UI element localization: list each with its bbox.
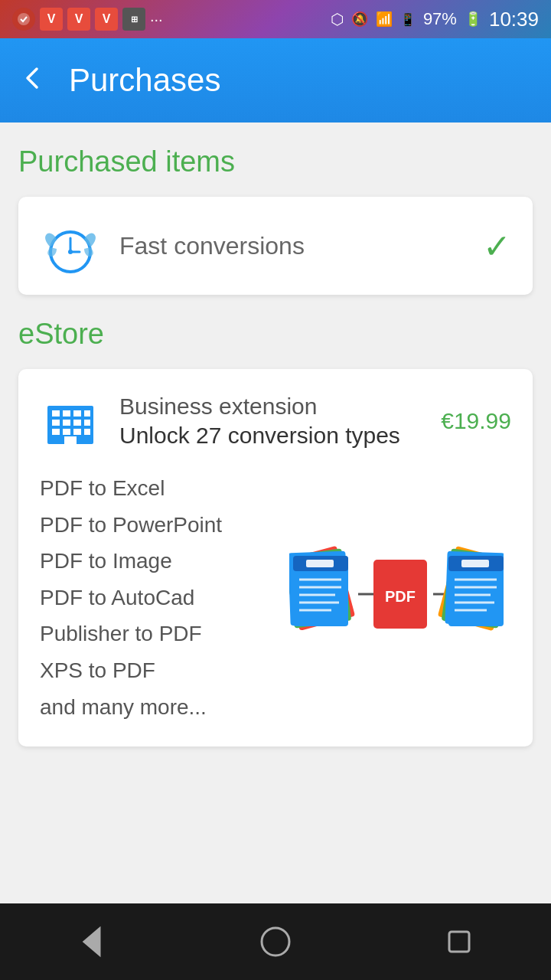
biz-price: €19.99: [441, 408, 511, 434]
biz-card-header: Business extension Unlock 27 conversion …: [40, 390, 511, 452]
estore-section: eStore: [18, 318, 533, 746]
feature-2: PDF to PowerPoint: [40, 507, 266, 544]
biz-subtitle: Unlock 27 conversion types: [119, 423, 422, 449]
svg-point-48: [262, 928, 289, 956]
feature-7: and many more...: [40, 689, 266, 726]
fast-conversions-row: Fast conversions ✓: [40, 215, 511, 276]
recents-nav-button[interactable]: [429, 911, 490, 972]
purchased-check-icon: ✓: [483, 227, 511, 266]
svg-rect-14: [52, 429, 60, 435]
app-bar: Purchases: [0, 38, 551, 122]
status-bar-right: ⬡ 🔕 📶 📱 97% 🔋 10:39: [331, 8, 539, 31]
svg-rect-7: [63, 410, 70, 416]
mute-icon: 🔕: [351, 11, 368, 28]
svg-point-0: [18, 13, 30, 25]
wifi-icon: 📶: [376, 11, 393, 28]
sim-icon: 📱: [400, 12, 416, 27]
fast-conversions-card: Fast conversions ✓: [18, 197, 533, 295]
home-nav-button[interactable]: [245, 911, 306, 972]
status-bar-left: V V V ⊞ ···: [12, 8, 163, 31]
feature-5: Publisher to PDF: [40, 616, 266, 652]
conversion-visual: PDF: [282, 470, 511, 725]
status-bar: V V V ⊞ ··· ⬡ 🔕 📶 📱 97% 🔋 10:39: [0, 0, 551, 38]
feature-3: PDF to Image: [40, 543, 266, 580]
more-icon: ···: [150, 11, 163, 28]
feature-items: PDF to Excel PDF to PowerPoint PDF to Im…: [40, 470, 266, 725]
svg-rect-12: [73, 420, 81, 426]
svg-rect-18: [64, 436, 77, 444]
estore-section-title: eStore: [18, 318, 533, 351]
feature-6: XPS to PDF: [40, 652, 266, 689]
business-extension-card[interactable]: Business extension Unlock 27 conversion …: [18, 369, 533, 746]
page-title: Purchases: [69, 62, 220, 99]
svg-marker-47: [84, 929, 99, 955]
business-icon: [40, 390, 101, 452]
feature-1: PDF to Excel: [40, 470, 266, 507]
biz-title-group: Business extension Unlock 27 conversion …: [119, 394, 422, 449]
biz-title: Business extension: [119, 394, 422, 420]
app-icon-5: ⊞: [122, 8, 145, 31]
svg-rect-46: [461, 560, 489, 567]
purchased-section-title: Purchased items: [18, 145, 533, 178]
svg-text:PDF: PDF: [385, 588, 416, 605]
svg-rect-49: [449, 932, 469, 952]
fast-conversions-label: Fast conversions: [119, 232, 465, 260]
nav-bar: [0, 903, 551, 980]
svg-rect-10: [52, 420, 60, 426]
time-display: 10:39: [489, 8, 539, 31]
fast-conversions-icon: [40, 215, 101, 276]
svg-rect-11: [63, 420, 70, 426]
svg-rect-13: [84, 420, 90, 426]
app-icon-4: V: [95, 8, 118, 31]
battery-text: 97%: [423, 9, 457, 29]
back-nav-button[interactable]: [61, 911, 122, 972]
app-icon-2: V: [40, 8, 63, 31]
svg-rect-15: [63, 429, 70, 435]
main-content: Purchased items Fast conv: [0, 122, 551, 769]
feature-list: PDF to Excel PDF to PowerPoint PDF to Im…: [40, 470, 511, 725]
svg-rect-16: [73, 429, 81, 435]
app-icon-1: [12, 8, 35, 31]
svg-rect-8: [73, 410, 81, 416]
app-icon-3: V: [67, 8, 90, 31]
back-button[interactable]: [18, 64, 46, 96]
bluetooth-icon: ⬡: [331, 10, 344, 28]
svg-rect-29: [306, 560, 334, 567]
svg-rect-9: [84, 410, 90, 416]
feature-4: PDF to AutoCad: [40, 580, 266, 616]
battery-icon: 🔋: [465, 11, 481, 28]
svg-rect-6: [52, 410, 60, 416]
svg-rect-17: [84, 429, 90, 435]
